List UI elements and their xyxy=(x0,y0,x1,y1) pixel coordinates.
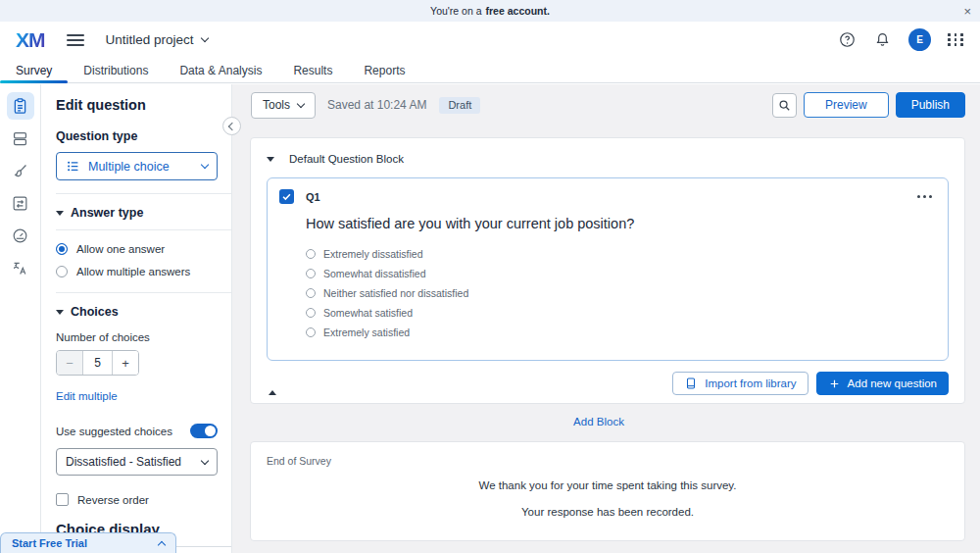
divider xyxy=(56,292,231,293)
survey-flow-icon[interactable] xyxy=(7,189,34,217)
end-of-survey-message-1: We thank you for your time spent taking … xyxy=(251,479,964,491)
radio-unselected-icon[interactable] xyxy=(56,266,68,277)
tab-survey[interactable]: Survey xyxy=(0,58,68,82)
reverse-order-option[interactable]: Reverse order xyxy=(56,493,218,506)
tab-results[interactable]: Results xyxy=(277,58,348,82)
xm-logo: XM xyxy=(16,28,45,52)
allow-one-answer-option[interactable]: Allow one answer xyxy=(56,243,218,255)
tab-data-analysis[interactable]: Data & Analysis xyxy=(164,58,277,82)
choice-row[interactable]: Extremely dissatisfied xyxy=(306,244,948,264)
question-text[interactable]: How satisfied are you with your current … xyxy=(306,216,934,231)
look-and-feel-brush-icon[interactable] xyxy=(7,157,34,184)
app-header: XM Untitled project E xyxy=(0,22,980,58)
blocks-icon[interactable] xyxy=(7,125,34,152)
preview-button[interactable]: Preview xyxy=(804,92,889,118)
check-icon xyxy=(281,191,292,202)
notifications-bell-icon[interactable] xyxy=(873,30,892,49)
divider xyxy=(56,229,231,230)
survey-builder-icon[interactable] xyxy=(7,92,34,120)
import-from-library-label: Import from library xyxy=(705,377,796,389)
banner-text-bold: free account. xyxy=(486,5,550,17)
radio-selected-icon[interactable] xyxy=(56,243,68,255)
chevron-up-icon xyxy=(158,540,166,548)
start-free-trial-bar[interactable]: Start Free Trial xyxy=(0,532,176,553)
search-icon xyxy=(777,98,792,113)
choice-label: Extremely satisfied xyxy=(323,327,410,338)
question-menu-icon[interactable] xyxy=(915,191,934,202)
choice-row[interactable]: Neither satisfied nor dissatisfied xyxy=(306,283,948,303)
collapse-block-button[interactable] xyxy=(267,373,278,394)
edit-multiple-link[interactable]: Edit multiple xyxy=(56,390,218,402)
triangle-up-icon xyxy=(269,377,276,395)
start-free-trial-label: Start Free Trial xyxy=(12,537,87,549)
import-from-library-button[interactable]: Import from library xyxy=(672,372,808,395)
answer-type-section-header[interactable]: Answer type xyxy=(56,206,218,220)
close-icon[interactable]: × xyxy=(963,0,971,22)
use-suggested-choices-label: Use suggested choices xyxy=(56,426,172,437)
choice-row[interactable]: Somewhat satisfied xyxy=(306,303,948,323)
choices-count-value: 5 xyxy=(83,351,112,375)
end-of-survey-card[interactable]: End of Survey We thank you for your time… xyxy=(250,441,965,541)
decrement-button[interactable]: − xyxy=(57,351,83,375)
checkbox-unchecked-icon[interactable] xyxy=(56,493,69,506)
choice-row[interactable]: Somewhat dissatisfied xyxy=(306,264,948,283)
choice-label: Extremely dissatisfied xyxy=(323,248,423,260)
chevron-down-icon xyxy=(200,34,208,42)
number-of-choices-label: Number of choices xyxy=(56,331,218,343)
chevron-left-icon xyxy=(227,122,235,129)
suggested-choices-dropdown[interactable]: Dissatisfied - Satisfied xyxy=(56,448,218,476)
choice-label: Neither satisfied nor dissatisfied xyxy=(323,287,468,299)
free-account-banner: You're on a free account. × xyxy=(0,0,980,22)
collapse-triangle-icon xyxy=(56,211,64,216)
add-new-question-label: Add new question xyxy=(848,377,937,389)
library-book-icon xyxy=(684,377,698,390)
choices-count-stepper: − 5 + xyxy=(56,350,139,376)
canvas-toolbar: Tools Saved at 10:24 AM Draft Preview Pu… xyxy=(251,90,965,120)
tab-reports[interactable]: Reports xyxy=(348,58,420,82)
allow-multiple-answers-label: Allow multiple answers xyxy=(76,266,190,277)
use-suggested-choices-toggle[interactable] xyxy=(190,424,218,438)
publish-button[interactable]: Publish xyxy=(896,92,965,118)
choices-section-header[interactable]: Choices xyxy=(56,305,218,319)
survey-options-gauge-icon[interactable] xyxy=(7,222,34,249)
collapse-triangle-icon xyxy=(56,310,64,315)
add-block-link[interactable]: Add Block xyxy=(232,416,965,427)
allow-multiple-answers-option[interactable]: Allow multiple answers xyxy=(56,266,218,277)
question-type-label: Question type xyxy=(56,129,218,143)
chevron-down-icon xyxy=(201,161,209,169)
allow-one-answer-label: Allow one answer xyxy=(76,243,165,255)
block-title: Default Question Block xyxy=(289,153,404,165)
tools-dropdown-button[interactable]: Tools xyxy=(251,92,316,119)
block-footer: Import from library Add new question xyxy=(251,361,964,395)
collapse-triangle-icon[interactable] xyxy=(267,157,274,162)
add-new-question-button[interactable]: Add new question xyxy=(816,372,949,395)
edit-question-panel: Edit question Question type Multiple cho… xyxy=(41,84,232,553)
radio-unselected-icon xyxy=(306,269,316,278)
panel-title: Edit question xyxy=(56,97,218,113)
radio-unselected-icon xyxy=(306,249,316,259)
question-choices-list: Extremely dissatisfied Somewhat dissatis… xyxy=(306,244,948,342)
question-checkbox-checked[interactable] xyxy=(279,189,294,204)
panel-collapse-button[interactable] xyxy=(222,117,241,135)
reverse-order-label: Reverse order xyxy=(77,494,149,506)
search-button[interactable] xyxy=(772,93,797,118)
avatar[interactable]: E xyxy=(908,28,931,51)
app-grid-icon[interactable] xyxy=(948,33,964,46)
help-icon[interactable] xyxy=(838,30,857,49)
question-id: Q1 xyxy=(306,191,320,203)
question-type-dropdown[interactable]: Multiple choice xyxy=(56,152,218,180)
end-of-survey-title: End of Survey xyxy=(251,442,964,467)
increment-button[interactable]: + xyxy=(112,351,138,375)
radio-unselected-icon xyxy=(306,288,316,298)
hamburger-menu-icon[interactable] xyxy=(67,31,84,49)
multiple-choice-list-icon xyxy=(66,159,80,174)
choice-row[interactable]: Extremely satisfied xyxy=(306,323,948,342)
question-card-q1[interactable]: Q1 How satisfied are you with your curre… xyxy=(267,177,949,361)
choice-label: Somewhat dissatisfied xyxy=(323,268,425,279)
translations-icon[interactable] xyxy=(7,254,34,281)
survey-canvas: Tools Saved at 10:24 AM Draft Preview Pu… xyxy=(232,84,980,553)
tab-distributions[interactable]: Distributions xyxy=(68,58,164,82)
builder-icon-rail xyxy=(0,84,41,553)
project-name-dropdown[interactable]: Untitled project xyxy=(106,32,208,47)
block-header[interactable]: Default Question Block xyxy=(251,138,964,175)
